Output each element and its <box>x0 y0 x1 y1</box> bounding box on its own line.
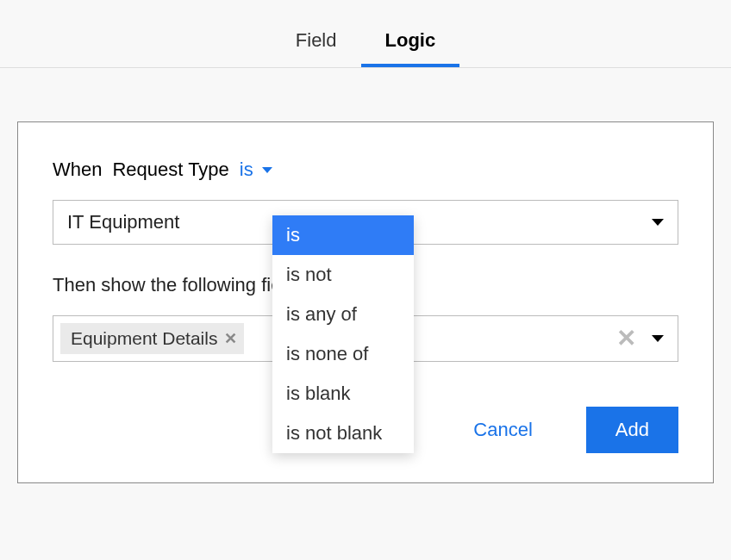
operator-option-is[interactable]: is <box>272 215 414 255</box>
caret-down-icon <box>262 167 272 173</box>
multiselect-right-controls: ✕ <box>616 327 664 351</box>
when-label: When <box>53 159 102 181</box>
operator-selected-label: is <box>240 159 253 181</box>
operator-option-is-not-blank[interactable]: is not blank <box>272 414 414 453</box>
caret-down-icon <box>652 335 664 342</box>
clear-all-icon[interactable]: ✕ <box>616 327 636 351</box>
condition-field-name: Request Type <box>112 159 228 181</box>
operator-option-is-none-of[interactable]: is none of <box>272 334 414 374</box>
field-chip-label: Equipment Details <box>71 328 217 349</box>
chip-remove-icon[interactable]: ✕ <box>224 331 237 346</box>
operator-option-is-any-of[interactable]: is any of <box>272 295 414 334</box>
field-chip: Equipment Details ✕ <box>60 323 244 354</box>
cancel-button[interactable]: Cancel <box>444 407 561 453</box>
condition-row: When Request Type is <box>53 159 678 181</box>
operator-option-is-not[interactable]: is not <box>272 255 414 295</box>
operator-option-is-blank[interactable]: is blank <box>272 374 414 414</box>
add-button[interactable]: Add <box>586 407 678 453</box>
caret-down-icon <box>652 219 664 226</box>
tab-logic[interactable]: Logic <box>361 17 460 67</box>
tabs-bar: Field Logic <box>0 0 731 68</box>
operator-dropdown-trigger[interactable]: is <box>240 159 272 181</box>
operator-dropdown-menu: is is not is any of is none of is blank … <box>272 215 414 453</box>
condition-value-label: IT Equipment <box>67 211 179 233</box>
tab-field[interactable]: Field <box>272 17 361 67</box>
